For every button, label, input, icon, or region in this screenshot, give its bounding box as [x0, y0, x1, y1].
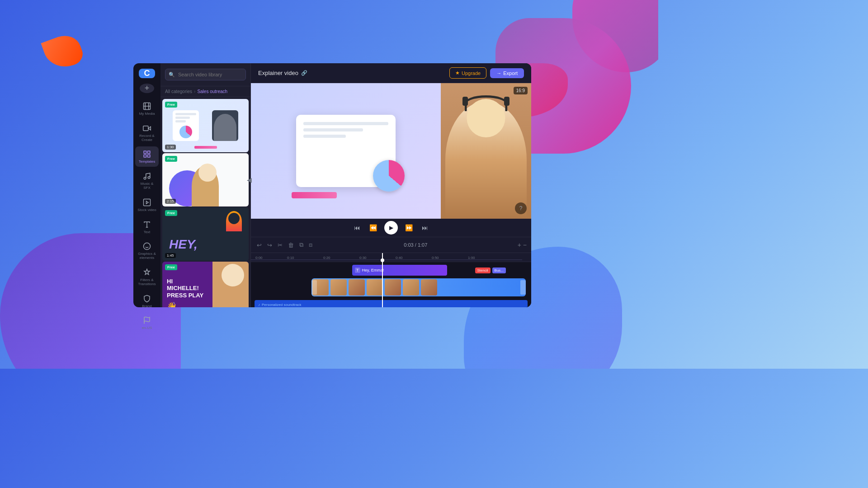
svg-text:0:40: 0:40: [396, 256, 403, 260]
svg-rect-7: [148, 151, 150, 154]
template-card-3[interactable]: HEY, Free 1:45: [162, 207, 249, 261]
template-card-4[interactable]: HIMICHELLE!PRESS PLAY 👋 Free 1:50: [162, 262, 249, 307]
stencil-label: Stencil: [477, 268, 488, 272]
video-track[interactable]: [311, 278, 526, 296]
sidebar-item-en-us[interactable]: en-US: [135, 313, 159, 333]
top-bar: Explainer video 🔗 ★ Upgrade → Export: [251, 63, 531, 83]
template-card-2[interactable]: Free 2:15: [162, 153, 249, 206]
sidebar-item-my-media[interactable]: My Media: [135, 99, 159, 119]
text-track-icon: T: [355, 267, 360, 273]
zoom-out-button[interactable]: −: [523, 241, 527, 249]
sidebar-item-record[interactable]: Record & Create: [135, 121, 159, 145]
sidebar: C + My Media Record & Create Templates M…: [133, 63, 160, 307]
svg-point-11: [148, 177, 150, 179]
skip-forward-button[interactable]: ⏩: [403, 222, 415, 233]
video-track-row: [253, 278, 529, 298]
help-button[interactable]: ?: [515, 202, 527, 214]
time-current: 0:03: [404, 242, 413, 248]
title-text: Explainer video: [258, 70, 298, 76]
upgrade-button[interactable]: ★ Upgrade: [449, 67, 486, 79]
playhead-head: [381, 258, 384, 262]
template-card-1[interactable]: Free 1:30: [162, 99, 249, 152]
sidebar-label-my-media: My Media: [139, 112, 155, 116]
time-display: 0:03 / 1:07: [404, 242, 427, 248]
timeline-area: 0:00 0:10 0:20 0:30 0:40 0:50 1:00 T Hey…: [251, 253, 531, 307]
flag-icon: [142, 315, 152, 325]
text-track[interactable]: T Hey, Emma! Stencil Bus...: [352, 265, 447, 276]
breadcrumb: All categories › Sales outreach: [160, 86, 250, 97]
music-note-icon: ♪: [258, 303, 260, 307]
svg-text:1:00: 1:00: [468, 256, 475, 260]
video-thumb-7: [421, 279, 437, 296]
sidebar-label-stock: Stock video: [137, 208, 156, 212]
export-button[interactable]: → Export: [490, 68, 524, 78]
scissors-button[interactable]: ✂: [276, 240, 284, 250]
video-right-content: [441, 83, 531, 219]
search-input[interactable]: [165, 69, 246, 80]
free-badge-3: Free: [165, 210, 177, 216]
sidebar-item-templates[interactable]: Templates: [135, 146, 159, 167]
sidebar-item-music[interactable]: Music & SFX: [135, 169, 159, 193]
svg-text:0:10: 0:10: [287, 256, 294, 260]
video-track-handle-right[interactable]: [520, 280, 526, 295]
redo-button[interactable]: ↪: [266, 240, 274, 250]
time-total: 1:07: [418, 242, 427, 248]
free-badge-4: Free: [165, 264, 177, 270]
stencil-chip[interactable]: Stencil: [475, 267, 491, 273]
timeline-playhead[interactable]: [382, 253, 383, 307]
sidebar-item-text[interactable]: Text: [135, 217, 159, 237]
timeline-ruler: 0:00 0:10 0:20 0:30 0:40 0:50 1:00: [251, 253, 531, 262]
sidebar-label-templates: Templates: [139, 160, 155, 164]
free-badge-1: Free: [165, 102, 177, 108]
business-chip[interactable]: Bus...: [492, 267, 506, 273]
top-bar-actions: ★ Upgrade → Export: [449, 67, 524, 79]
film-icon: [142, 101, 152, 111]
sidebar-item-stock-video[interactable]: Stock video: [135, 195, 159, 215]
sparkles-icon: [142, 267, 152, 277]
video-thumb-3: [349, 279, 365, 296]
audio-track-row: ♪ Personalized soundtrack: [253, 300, 529, 307]
ruler-ticks: 0:00 0:10 0:20 0:30 0:40 0:50 1:00: [251, 253, 531, 262]
video-preview: 16:9 ?: [251, 83, 531, 219]
wrap-button[interactable]: ⧈: [307, 240, 314, 250]
audio-track-label: Personalized soundtrack: [262, 303, 302, 307]
breadcrumb-parent[interactable]: All categories: [165, 89, 192, 94]
svg-rect-8: [148, 155, 150, 157]
sidebar-label-text: Text: [144, 230, 151, 235]
video-frame: [251, 83, 531, 219]
audio-track[interactable]: ♪ Personalized soundtrack: [255, 300, 528, 307]
add-button[interactable]: +: [140, 84, 154, 93]
svg-point-10: [144, 177, 146, 179]
text-track-row: T Hey, Emma! Stencil Bus...: [253, 264, 529, 277]
undo-button[interactable]: ↩: [255, 240, 263, 250]
svg-marker-13: [146, 201, 149, 204]
play-square-icon: [142, 197, 152, 207]
sidebar-label-music: Music & SFX: [137, 182, 157, 190]
bg-decoration-1: [572, 0, 658, 72]
zoom-controls: + −: [518, 241, 527, 249]
app-logo[interactable]: C: [139, 69, 155, 78]
collapse-panel-arrow[interactable]: ◀: [247, 176, 252, 183]
svg-marker-4: [148, 127, 151, 130]
copy-button[interactable]: ⧉: [298, 240, 305, 250]
delete-button[interactable]: 🗑: [287, 240, 295, 250]
search-bar: 🔍: [160, 63, 250, 86]
breadcrumb-separator: ›: [194, 89, 195, 94]
skip-to-end-button[interactable]: ⏭: [420, 222, 430, 233]
zoom-in-button[interactable]: +: [518, 241, 521, 249]
skip-to-start-button[interactable]: ⏮: [352, 222, 362, 233]
video-left-content: [251, 83, 441, 219]
video-thumb-4: [367, 279, 383, 296]
search-icon: 🔍: [169, 72, 175, 78]
svg-rect-6: [144, 151, 146, 154]
template-duration-3: 1:45: [165, 253, 176, 258]
video-thumb-5: [385, 279, 401, 296]
video-thumb-6: [403, 279, 419, 296]
sidebar-item-graphics[interactable]: Graphics & elements: [135, 239, 159, 263]
business-label: Bus...: [495, 268, 504, 272]
sidebar-item-brand[interactable]: Brand: [135, 291, 159, 311]
video-track-handle-left[interactable]: [311, 280, 317, 295]
skip-back-button[interactable]: ⏪: [368, 222, 379, 233]
sidebar-item-filters[interactable]: Filters & Transitions: [135, 265, 159, 289]
play-button[interactable]: ▶: [384, 221, 398, 235]
